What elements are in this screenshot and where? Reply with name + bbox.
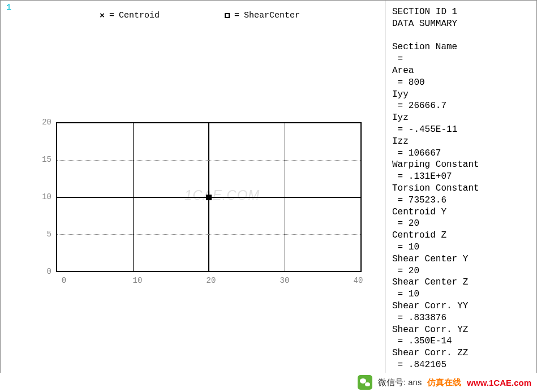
y-tick: 0 [35,267,51,304]
legend-centroid-label: Centroid [119,11,160,20]
x-tick: 10 [126,276,149,285]
wechat-account: ans [408,377,422,387]
y-tick: 20 [35,118,51,155]
row-val: 20 [409,218,419,229]
summary-title-1: SECTION ID 1 [392,7,457,17]
row-key: Shear Corr. YZ [392,325,468,335]
y-tick: 10 [35,192,51,230]
row-key: Shear Corr. YY [392,301,468,311]
row-key: Centroid Z [392,230,446,240]
row-key: Iyz [392,113,409,123]
shear-marker-icon [225,13,230,18]
data-summary-panel: SECTION ID 1 DATA SUMMARY Section Name =… [385,1,536,373]
y-tick: 15 [35,155,51,192]
row-val: 106667 [409,148,441,158]
x-tick: 40 [347,276,370,285]
row-val: 73523.6 [409,195,446,205]
row-key: Izz [392,136,409,147]
wechat-label-text: 微信号: [378,377,406,387]
row-key: Centroid Y [392,207,446,217]
center-marker-icon [206,195,212,200]
row-key: Iyy [392,89,409,100]
row-val: 26666.7 [409,101,446,111]
legend-eq: = [109,11,114,20]
row-val: .833876 [409,313,446,323]
footer: 微信号: ans 仿真在线 www.1CAE.com [0,373,537,392]
mesh-dotline [57,160,360,161]
plot-panel: 1 × = Centroid = ShearCenter 1CAE.COM 20… [1,1,385,373]
row-val: 10 [409,289,419,299]
y-tick: 5 [35,230,51,267]
wechat-label: 微信号: ans [378,377,422,388]
x-tick: 0 [53,276,75,285]
row-val: 20 [409,266,419,276]
wechat-icon [358,375,372,390]
y-axis-labels: 20 15 10 5 0 [35,118,51,304]
row-val: .131E+07 [409,171,452,182]
x-axis-labels: 0 10 20 30 40 [53,276,370,285]
row-key: Shear Corr. ZZ [392,348,468,358]
legend-centroid: × = Centroid [100,11,160,20]
legend-shear: = ShearCenter [225,11,300,20]
legend-eq: = [234,11,239,20]
row-val: 10 [409,242,419,252]
centroid-marker-icon: × [100,11,105,21]
x-tick: 20 [200,276,222,285]
row-key: Shear Center Y [392,254,468,264]
row-val: -.455E-11 [409,124,457,135]
legend: × = Centroid = ShearCenter [100,11,300,20]
brand-url: www.1CAE.com [467,378,531,387]
mesh-dotline [57,234,360,235]
row-key: Shear Center Z [392,277,468,287]
row-key: Section Name [392,42,457,52]
row-key: Torsion Constant [392,183,479,193]
row-val: .350E-14 [409,336,452,346]
brand-cn: 仿真在线 [427,377,461,388]
window-number: 1 [6,3,11,12]
legend-shear-label: ShearCenter [244,11,300,20]
x-tick: 30 [273,276,296,285]
summary-title-2: DATA SUMMARY [392,19,457,29]
row-key: Area [392,66,414,76]
row-val: 800 [409,77,425,88]
plot-area: 20 15 10 5 0 0 10 20 30 40 [35,122,363,283]
row-val: .842105 [409,360,446,370]
section-mesh [56,122,362,272]
main-container: 1 × = Centroid = ShearCenter 1CAE.COM 20… [0,0,537,373]
row-key: Warping Constant [392,160,479,170]
